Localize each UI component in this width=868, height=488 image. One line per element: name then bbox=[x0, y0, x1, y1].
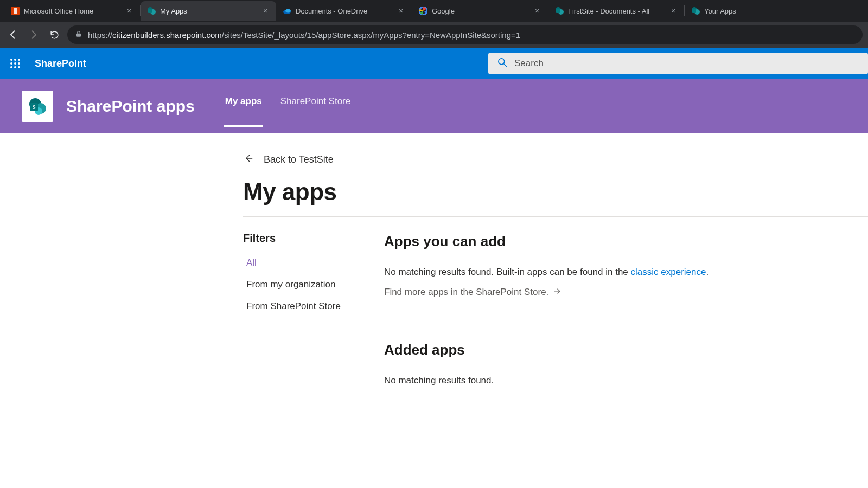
tab-title: Documents - OneDrive bbox=[296, 7, 392, 15]
apps-you-can-add-heading: Apps you can add bbox=[384, 233, 868, 250]
back-button[interactable] bbox=[5, 27, 21, 42]
svg-rect-1 bbox=[14, 8, 17, 14]
classic-experience-link[interactable]: classic experience bbox=[631, 267, 706, 277]
tab-my-apps[interactable]: My apps bbox=[224, 79, 263, 133]
lock-icon bbox=[75, 30, 82, 40]
svg-text:S: S bbox=[32, 104, 35, 110]
svg-point-19 bbox=[14, 62, 16, 65]
browser-tab[interactable]: Google × bbox=[412, 1, 548, 21]
arrow-left-icon bbox=[243, 153, 254, 166]
svg-rect-4 bbox=[148, 9, 152, 13]
sharepoint-icon bbox=[691, 7, 700, 15]
page-title: My apps bbox=[243, 178, 868, 206]
url-text: https://citizenbuilders.sharepoint.com/s… bbox=[88, 30, 520, 40]
svg-rect-10 bbox=[556, 9, 560, 13]
back-to-site-link[interactable]: Back to TestSite bbox=[243, 151, 334, 175]
close-icon[interactable]: × bbox=[397, 7, 405, 15]
forward-button[interactable] bbox=[26, 27, 41, 42]
brand-label[interactable]: SharePoint bbox=[30, 58, 91, 69]
svg-point-6 bbox=[285, 9, 291, 13]
svg-point-20 bbox=[18, 62, 20, 65]
browser-tab[interactable]: FirstSite - Documents - All × bbox=[548, 1, 684, 21]
hub-nav: My apps SharePoint Store bbox=[224, 79, 352, 133]
tab-strip: Microsoft Office Home × My Apps × Docume… bbox=[0, 0, 868, 22]
site-title: SharePoint apps bbox=[66, 97, 195, 115]
tab-title: My Apps bbox=[160, 7, 257, 15]
browser-tab[interactable]: Microsoft Office Home × bbox=[4, 1, 140, 21]
site-logo: S bbox=[22, 91, 53, 122]
tab-sharepoint-store[interactable]: SharePoint Store bbox=[279, 79, 352, 133]
suite-bar: SharePoint bbox=[0, 48, 868, 79]
browser-tab[interactable]: Your Apps bbox=[685, 1, 820, 21]
filter-all[interactable]: All bbox=[243, 252, 352, 274]
added-apps-heading: Added apps bbox=[384, 342, 868, 358]
divider bbox=[243, 216, 868, 217]
filter-from-store[interactable]: From SharePoint Store bbox=[243, 296, 352, 317]
svg-point-21 bbox=[10, 66, 12, 68]
svg-point-16 bbox=[14, 59, 16, 61]
tab-title: Google bbox=[432, 7, 528, 15]
svg-point-23 bbox=[18, 66, 20, 68]
filters-panel: Filters All From my organization From Sh… bbox=[243, 232, 352, 387]
google-icon bbox=[419, 7, 427, 15]
close-icon[interactable]: × bbox=[669, 7, 678, 15]
back-label: Back to TestSite bbox=[264, 154, 334, 165]
tab-title: Your Apps bbox=[704, 7, 814, 15]
filters-heading: Filters bbox=[243, 232, 352, 245]
close-icon[interactable]: × bbox=[125, 7, 133, 15]
no-results-text: No matching results found. Built-in apps… bbox=[384, 265, 868, 279]
sharepoint-icon bbox=[555, 7, 564, 15]
close-icon[interactable]: × bbox=[533, 7, 541, 15]
tab-title: Microsoft Office Home bbox=[24, 7, 120, 15]
browser-tab[interactable]: My Apps × bbox=[141, 1, 276, 21]
svg-line-25 bbox=[504, 64, 507, 67]
search-box[interactable] bbox=[488, 53, 868, 74]
browser-toolbar: https://citizenbuilders.sharepoint.com/s… bbox=[0, 22, 868, 48]
search-icon bbox=[497, 57, 508, 70]
browser-tab[interactable]: Documents - OneDrive × bbox=[276, 1, 412, 21]
svg-point-17 bbox=[18, 59, 20, 61]
onedrive-icon bbox=[283, 7, 291, 15]
svg-rect-14 bbox=[76, 33, 81, 36]
close-icon[interactable]: × bbox=[261, 7, 270, 15]
reload-button[interactable] bbox=[47, 27, 62, 42]
office-icon bbox=[11, 7, 20, 15]
arrow-right-icon bbox=[553, 287, 561, 298]
address-bar[interactable]: https://citizenbuilders.sharepoint.com/s… bbox=[67, 25, 863, 44]
svg-point-18 bbox=[10, 62, 12, 65]
sharepoint-icon bbox=[147, 7, 156, 15]
content-area: Back to TestSite My apps Filters All Fro… bbox=[0, 133, 868, 387]
svg-rect-13 bbox=[692, 9, 696, 13]
added-apps-empty: No matching results found. bbox=[384, 374, 868, 388]
svg-point-15 bbox=[10, 59, 12, 61]
tab-title: FirstSite - Documents - All bbox=[568, 7, 665, 15]
search-input[interactable] bbox=[514, 58, 859, 69]
app-launcher-icon[interactable] bbox=[0, 48, 30, 79]
main-column: Apps you can add No matching results fou… bbox=[384, 232, 868, 387]
browser-chrome: Microsoft Office Home × My Apps × Docume… bbox=[0, 0, 868, 48]
filter-from-org[interactable]: From my organization bbox=[243, 274, 352, 296]
hub-header: S SharePoint apps My apps SharePoint Sto… bbox=[0, 79, 868, 133]
find-more-apps-link[interactable]: Find more apps in the SharePoint Store. bbox=[384, 287, 561, 298]
svg-point-22 bbox=[14, 66, 16, 68]
